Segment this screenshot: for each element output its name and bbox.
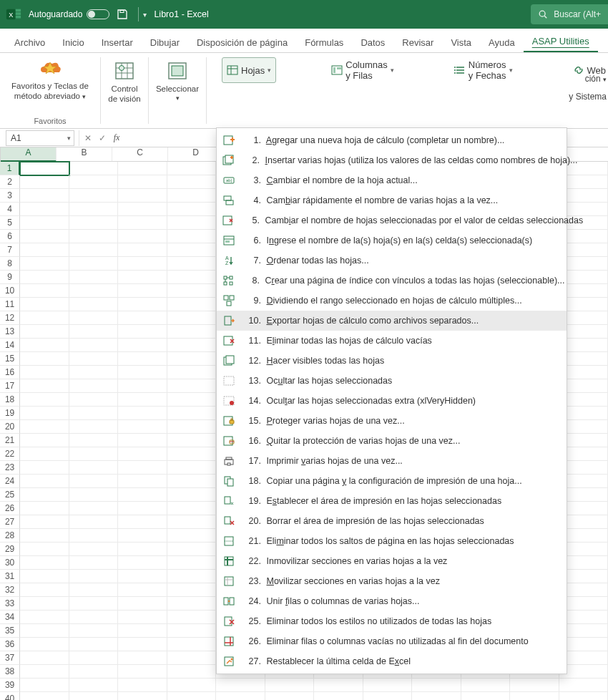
cell[interactable] [69, 434, 118, 447]
menu-item-24[interactable]: 24. Unir filas o columnas de varias hoja… [217, 591, 567, 611]
cell[interactable] [118, 447, 167, 461]
cell[interactable] [69, 175, 118, 189]
row-header[interactable]: 5 [0, 216, 20, 230]
cell[interactable] [69, 189, 118, 203]
hojas-dropdown[interactable]: Hojas▾ [222, 57, 276, 83]
menu-item-18[interactable]: 18. Copiar una página y la configuración… [217, 471, 567, 491]
cell[interactable] [69, 393, 118, 407]
cell[interactable] [69, 543, 118, 556]
cell[interactable] [69, 311, 118, 325]
cell[interactable] [20, 515, 69, 529]
cell[interactable] [167, 515, 216, 529]
cell[interactable] [69, 638, 118, 651]
tab-dibujar[interactable]: Dibujar [142, 33, 188, 52]
cell[interactable] [167, 543, 216, 556]
cell[interactable] [118, 339, 167, 352]
cell[interactable] [20, 583, 69, 597]
row-header[interactable]: 10 [0, 284, 20, 298]
cell[interactable] [118, 271, 167, 284]
row-header[interactable]: 27 [0, 515, 20, 529]
cell[interactable] [118, 298, 167, 311]
cell[interactable] [69, 216, 118, 230]
column-header[interactable]: A [1, 147, 57, 162]
row-header[interactable]: 26 [0, 502, 20, 515]
cell[interactable] [167, 475, 216, 488]
cell[interactable] [118, 284, 167, 298]
cell[interactable] [69, 570, 118, 583]
cell[interactable] [69, 230, 118, 243]
row-header[interactable]: 16 [0, 366, 20, 379]
cell[interactable] [167, 379, 216, 393]
cell[interactable] [20, 624, 69, 638]
cell[interactable] [118, 461, 167, 475]
select-all-triangle[interactable] [0, 147, 1, 161]
menu-item-8[interactable]: 8. Crear una página de índice con víncul… [217, 271, 567, 291]
cell[interactable] [69, 624, 118, 638]
menu-item-21[interactable]: 21. Eliminar todos los saltos de página … [217, 531, 567, 551]
cell[interactable] [118, 488, 167, 502]
cell[interactable] [167, 679, 216, 692]
row-header[interactable]: 28 [0, 529, 20, 543]
cell[interactable] [20, 420, 69, 434]
cell[interactable] [20, 447, 69, 461]
cell[interactable] [265, 679, 314, 692]
cell[interactable] [412, 679, 461, 692]
cell[interactable] [167, 651, 216, 665]
cell[interactable] [20, 679, 69, 692]
cell[interactable] [118, 638, 167, 651]
cell[interactable] [167, 352, 216, 366]
cell[interactable] [69, 352, 118, 366]
cell[interactable] [167, 488, 216, 502]
tab-fórmulas[interactable]: Fórmulas [296, 33, 352, 52]
tab-asap-utilities[interactable]: ASAP Utilities [524, 31, 598, 52]
save-icon[interactable] [117, 9, 128, 20]
row-header[interactable]: 29 [0, 543, 20, 556]
cell[interactable] [118, 679, 167, 692]
cell[interactable] [118, 420, 167, 434]
menu-item-27[interactable]: 27. Restablecer la última celda de Excel [217, 651, 567, 671]
cell[interactable] [118, 475, 167, 488]
cell[interactable] [167, 583, 216, 597]
menu-item-6[interactable]: 6. Ingrese el nombre de la(s) hoja(s) en… [217, 230, 567, 251]
row-header[interactable]: 7 [0, 243, 20, 257]
cell[interactable] [510, 692, 559, 700]
row-header[interactable]: 4 [0, 203, 20, 216]
cell[interactable] [167, 162, 216, 175]
cell[interactable] [167, 570, 216, 583]
fx-icon[interactable]: fx [109, 132, 124, 143]
menu-item-15[interactable]: 15. Proteger varias hojas de una vez... [217, 411, 567, 431]
menu-item-1[interactable]: 1. Agregar una nueva hoja de cálculo (co… [217, 130, 567, 150]
cell[interactable] [118, 434, 167, 447]
cell[interactable] [118, 366, 167, 379]
row-header[interactable]: 9 [0, 271, 20, 284]
cell[interactable] [118, 257, 167, 271]
cell[interactable] [118, 379, 167, 393]
cell[interactable] [510, 679, 559, 692]
cell[interactable] [69, 298, 118, 311]
tab-ayuda[interactable]: Ayuda [480, 33, 524, 52]
menu-item-2[interactable]: 2. Insertar varias hojas (utiliza los va… [217, 150, 567, 170]
cell[interactable] [167, 216, 216, 230]
cell[interactable] [20, 284, 69, 298]
select-button[interactable]: Seleccionar ▾ [156, 60, 199, 102]
menu-item-16[interactable]: 16. Quitar la protección de varias hojas… [217, 431, 567, 451]
cell[interactable] [167, 175, 216, 189]
qat-customize-icon[interactable]: ▾ [143, 11, 147, 19]
cell[interactable] [118, 665, 167, 679]
cell[interactable] [20, 162, 69, 175]
column-header[interactable]: B [57, 147, 112, 161]
cell[interactable] [167, 502, 216, 515]
cell[interactable] [20, 638, 69, 651]
cell[interactable] [69, 692, 118, 700]
cell[interactable] [69, 243, 118, 257]
row-header[interactable]: 31 [0, 570, 20, 583]
cell[interactable] [314, 692, 363, 700]
cell[interactable] [118, 529, 167, 543]
cell[interactable] [20, 475, 69, 488]
cell[interactable] [20, 502, 69, 515]
cell[interactable] [69, 665, 118, 679]
cell[interactable] [167, 624, 216, 638]
cell[interactable] [20, 189, 69, 203]
cell[interactable] [314, 679, 363, 692]
cell[interactable] [20, 461, 69, 475]
